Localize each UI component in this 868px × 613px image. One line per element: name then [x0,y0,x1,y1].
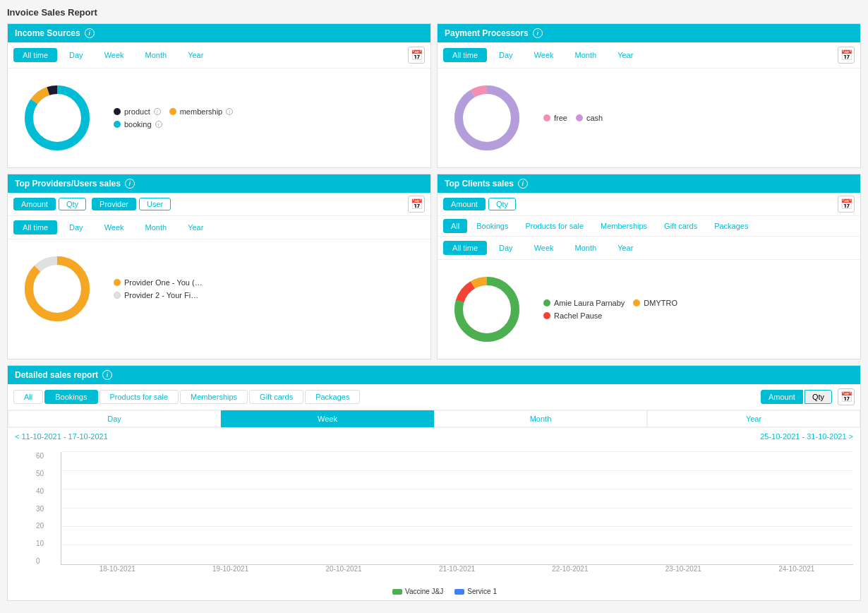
top-clients-category-tabs: All Bookings Products for sale Membershi… [438,216,860,237]
product-info-icon[interactable]: i [154,108,161,115]
detailed-time-month[interactable]: Month [434,410,647,427]
service1-label: Service 1 [467,588,497,595]
chart-legend-service1: Service 1 [454,588,497,595]
clients-tab-memberships[interactable]: Memberships [593,219,655,233]
legend-amie: Amie Laura Parnaby [543,299,625,307]
y-label-0: 0 [36,557,57,565]
x-label-24oct: 24-10-2021 [740,565,853,579]
income-tab-month[interactable]: Month [136,48,176,62]
clients-time-month[interactable]: Month [566,241,606,255]
x-label-22oct: 22-10-2021 [514,565,627,579]
y-label-30: 30 [36,505,57,513]
legend-rachel: Rachel Pause [543,311,603,320]
clients-qty-btn[interactable]: Qty [488,198,516,210]
income-sources-calendar-icon[interactable]: 📅 [408,47,425,64]
income-sources-title: Income Sources [15,28,80,38]
top-providers-filter-bar: Amount Qty Provider User 📅 [8,193,430,216]
providers-amount-btn[interactable]: Amount [13,198,56,210]
top-providers-panel: Top Providers/Users sales i Amount Qty P… [7,174,431,359]
top-providers-title: Top Providers/Users sales [15,179,121,189]
next-period-link[interactable]: 25-10-2021 - 31-10-2021 > [760,432,853,441]
vaccine-label: Vaccine J&J [405,588,443,595]
x-label-19oct: 19-10-2021 [174,565,287,579]
detailed-tab-all[interactable]: All [13,390,43,404]
providers-user-btn[interactable]: User [139,198,171,210]
providers-provider-btn[interactable]: Provider [92,198,136,210]
clients-amount-btn[interactable]: Amount [443,198,486,210]
svg-point-8 [29,261,85,317]
income-sources-tab-bar: All time Day Week Month Year 📅 [8,42,430,69]
income-tab-alltime[interactable]: All time [13,48,57,62]
top-clients-calendar-icon[interactable]: 📅 [838,196,855,213]
detailed-tab-packages[interactable]: Packages [305,390,360,404]
providers-tab-month[interactable]: Month [136,220,176,234]
income-tab-day[interactable]: Day [60,48,92,62]
clients-time-alltime[interactable]: All time [443,241,487,255]
chart-legend: Vaccine J&J Service 1 [36,585,853,598]
income-sources-header: Income Sources i [8,24,430,42]
page-title: Invoice Sales Report [7,7,861,18]
chart-legend-vaccine: Vaccine J&J [392,588,443,595]
detailed-time-week[interactable]: Week [221,410,434,427]
legend-provider1: Provider One - You (… [114,278,203,287]
top-providers-calendar-icon[interactable]: 📅 [408,196,425,213]
y-label-10: 10 [36,540,57,547]
detailed-tab-memberships[interactable]: Memberships [180,390,248,404]
membership-info-icon[interactable]: i [226,108,233,115]
detailed-tab-giftcards[interactable]: Gift cards [249,390,303,404]
providers-tab-year[interactable]: Year [179,220,212,234]
providers-tab-week[interactable]: Week [95,220,133,234]
qty-btn[interactable]: Qty [804,390,832,404]
top-clients-header: Top Clients sales i [438,174,860,193]
providers-qty-btn[interactable]: Qty [59,198,86,210]
top-clients-info-icon[interactable]: i [518,179,528,189]
payment-tab-month[interactable]: Month [566,48,606,62]
detailed-tab-products[interactable]: Products for sale [100,390,179,404]
clients-tab-bookings[interactable]: Bookings [469,219,516,233]
detailed-sales-info-icon[interactable]: i [102,370,112,380]
top-row: Income Sources i All time Day Week Month… [7,23,861,168]
legend-product: product i [114,107,161,116]
payment-processors-donut [445,76,529,160]
clients-tab-giftcards[interactable]: Gift cards [656,219,705,233]
clients-time-day[interactable]: Day [490,241,522,255]
payment-processors-tab-bar: All time Day Week Month Year 📅 [438,42,860,69]
clients-time-year[interactable]: Year [608,241,642,255]
providers-tab-day[interactable]: Day [60,220,92,234]
clients-tab-products[interactable]: Products for sale [518,219,592,233]
payment-processors-calendar-icon[interactable]: 📅 [838,47,855,64]
amount-btn[interactable]: Amount [761,390,803,404]
clients-tab-all[interactable]: All [443,219,467,233]
payment-tab-day[interactable]: Day [490,48,522,62]
income-sources-panel: Income Sources i All time Day Week Month… [7,23,431,168]
svg-point-5 [459,90,515,146]
clients-tab-packages[interactable]: Packages [706,219,756,233]
top-clients-body: Amie Laura Parnaby DMYTRO Rachel Pause [438,260,860,359]
income-sources-legend: product i membership i booking [114,107,233,129]
top-providers-tab-bar: All time Day Week Month Year [8,216,430,239]
payment-processors-info-icon[interactable]: i [533,28,543,38]
detailed-time-day[interactable]: Day [8,410,221,427]
top-clients-legend: Amie Laura Parnaby DMYTRO Rachel Pause [543,299,677,320]
income-sources-info-icon[interactable]: i [85,28,95,38]
prev-period-link[interactable]: < 11-10-2021 - 17-10-2021 [15,432,108,441]
payment-tab-week[interactable]: Week [525,48,563,62]
detailed-tab-bookings[interactable]: Bookings [44,390,97,404]
booking-info-icon[interactable]: i [155,121,162,128]
y-label-50: 50 [36,470,57,477]
detailed-time-tabs: Day Week Month Year [8,410,860,428]
income-tab-week[interactable]: Week [95,48,133,62]
detailed-calendar-icon[interactable]: 📅 [838,388,855,405]
vaccine-color-swatch [392,589,402,595]
y-label-60: 60 [36,452,57,460]
page-container: Invoice Sales Report Income Sources i Al… [0,0,868,613]
detailed-time-year[interactable]: Year [647,410,860,427]
payment-tab-alltime[interactable]: All time [443,48,487,62]
top-providers-info-icon[interactable]: i [125,179,135,189]
legend-dmytro: DMYTRO [633,299,677,307]
providers-tab-alltime[interactable]: All time [13,220,57,234]
income-tab-year[interactable]: Year [179,48,212,62]
x-label-23oct: 23-10-2021 [627,565,740,579]
clients-time-week[interactable]: Week [525,241,563,255]
payment-tab-year[interactable]: Year [608,48,642,62]
